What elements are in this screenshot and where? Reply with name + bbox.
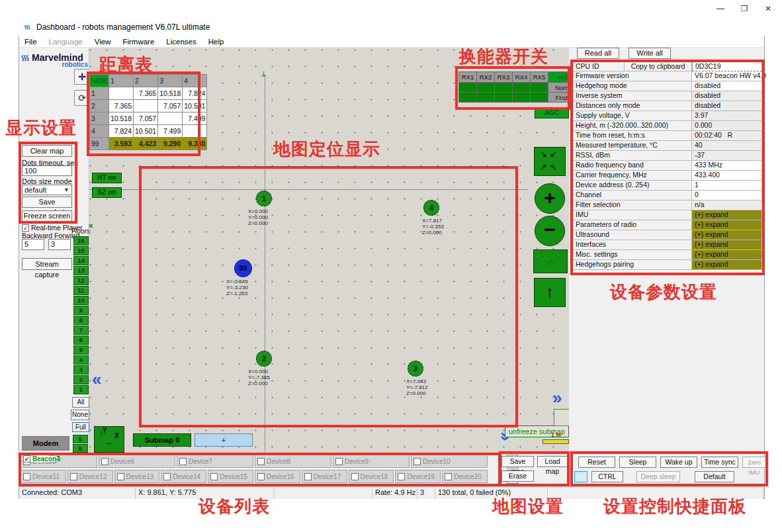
floor-cell-7[interactable]: 7 — [73, 326, 89, 335]
device-checkbox[interactable] — [257, 458, 265, 465]
map-beacon-2[interactable]: 2 — [256, 351, 272, 367]
backward-input[interactable]: 5 — [22, 239, 44, 250]
device-checkbox[interactable] — [163, 473, 171, 480]
param-value[interactable]: (+) expand — [692, 260, 762, 270]
floor-cell-8[interactable]: 8 — [73, 316, 89, 325]
wake-up-button[interactable]: Wake up — [660, 457, 697, 468]
modem-button[interactable]: Modem — [22, 436, 69, 451]
rotate-tool-icon[interactable]: ⟳ — [74, 90, 90, 106]
dots-size-select[interactable]: default▼ — [22, 185, 72, 195]
rx-frozen-cell[interactable] — [531, 93, 548, 103]
floor-cell-3[interactable]: 3 — [73, 365, 89, 375]
rx-normal-cell[interactable] — [531, 83, 548, 93]
device-cell-device15[interactable]: Device15 — [208, 470, 253, 483]
rx-frozen-cell[interactable] — [459, 93, 477, 103]
device-checkbox[interactable] — [101, 458, 109, 465]
load-map-button[interactable]: Load map — [537, 456, 568, 467]
rx-normal-cell[interactable] — [495, 83, 513, 93]
floor-cell-6[interactable]: 6 — [73, 335, 89, 345]
submap-cell[interactable]: 5 — [73, 435, 88, 443]
freeze-screen-button[interactable]: Freeze screen — [22, 210, 72, 222]
param-value-cpu-id[interactable]: 0D3C19 — [692, 62, 762, 71]
copy-to-clipboard-button[interactable]: Copy to clipboard — [625, 62, 692, 71]
device-cell-device10[interactable]: Device10 — [411, 455, 488, 468]
map-beacon-4[interactable]: 4 — [423, 200, 439, 216]
sleep-button[interactable]: Sleep — [619, 457, 656, 468]
floor-cell-11[interactable]: 11 — [73, 286, 89, 295]
device-checkbox[interactable] — [257, 473, 265, 480]
floor-cell-4[interactable]: 4 — [73, 355, 89, 365]
fit-view-icon[interactable]: ↘↙↗↖ — [534, 147, 566, 176]
param-value[interactable]: (+) expand — [692, 240, 762, 250]
rx-normal-cell[interactable] — [459, 83, 477, 93]
menu-item-view[interactable]: View — [95, 38, 111, 46]
device-checkbox[interactable] — [210, 473, 218, 480]
agc-button[interactable]: AGC — [535, 108, 569, 118]
zoom-in-icon[interactable]: + — [535, 183, 565, 214]
device-checkbox[interactable]: ✓ — [23, 455, 30, 463]
save-screenshot-button[interactable]: Save screenshot — [22, 197, 72, 208]
device-checkbox[interactable] — [179, 458, 187, 465]
dots-timeout-input[interactable]: 100 — [22, 165, 72, 176]
device-cell-device14[interactable]: Device14 — [161, 470, 206, 483]
save-map-button[interactable]: Save map — [501, 456, 534, 467]
pan-up-icon[interactable]: ↑ — [534, 278, 566, 307]
rx-frozen-cell[interactable] — [495, 93, 513, 103]
read-all-button[interactable]: Read all — [577, 48, 619, 59]
close-icon[interactable]: ✕ — [758, 2, 778, 15]
rx-frozen-cell[interactable] — [477, 93, 495, 103]
clear-map-button[interactable]: Clear map — [22, 145, 72, 157]
device-cell-beacon4[interactable]: ✓Beacon4 — [21, 455, 61, 463]
default-button[interactable]: Default — [695, 471, 734, 482]
device-checkbox[interactable] — [445, 473, 452, 480]
device-cell-device11[interactable]: Device11 — [21, 470, 66, 483]
add-submap-button[interactable]: + — [195, 433, 253, 447]
maximize-icon[interactable]: ❐ — [734, 2, 754, 15]
erase-map-button[interactable]: Erase map — [501, 470, 534, 482]
device-cell-device16[interactable]: Device16 — [255, 470, 300, 483]
floors-none-button[interactable]: None — [71, 410, 89, 420]
map-beacon-3[interactable]: 3 — [408, 361, 423, 377]
device-cell-device19[interactable]: Device19 — [395, 470, 441, 483]
dots-display-icon[interactable]: ·¨·˙·˙·¨· — [533, 249, 568, 273]
floors-all-button[interactable]: All — [72, 397, 89, 408]
floor-cell-16[interactable]: 16 — [73, 236, 89, 245]
device-cell-device9[interactable]: Device9 — [333, 455, 410, 468]
param-value[interactable]: (+) expand — [692, 230, 762, 240]
reset-button[interactable]: Reset — [578, 457, 615, 468]
floor-cell-2[interactable]: 2 — [73, 375, 89, 384]
ctrl-indicator-box[interactable] — [574, 471, 587, 482]
distance-hide-cell[interactable]: HIDE — [90, 75, 109, 87]
scroll-right-icon[interactable]: » — [552, 388, 562, 408]
axes-tool-icon[interactable]: ✛ — [74, 69, 90, 85]
rx-normal-cell[interactable] — [513, 83, 531, 93]
floor-cell-5[interactable]: 5 — [73, 345, 89, 355]
zoom-out-icon[interactable]: − — [535, 216, 565, 246]
map-corner-box[interactable] — [554, 409, 570, 426]
menu-item-language[interactable]: Language — [49, 38, 83, 46]
floor-cell-1[interactable]: 1 — [73, 385, 89, 394]
forward-input[interactable]: 3 — [48, 239, 71, 250]
device-cell-device8[interactable]: Device8 — [255, 455, 331, 468]
rx-frozen-cell[interactable] — [513, 93, 531, 103]
param-value[interactable]: (+) expand — [692, 210, 762, 220]
device-cell-device6[interactable]: Device6 — [99, 455, 175, 468]
ht-on-toggle[interactable]: HT on — [92, 173, 122, 183]
submap-0-button[interactable]: Submap 0 — [133, 433, 191, 447]
floor-cell-12[interactable]: 12 — [73, 276, 89, 285]
device-cell-device20[interactable]: Device20 — [442, 470, 488, 483]
rx-normal-cell[interactable] — [477, 83, 495, 93]
map-beacon-99[interactable]: 99 — [234, 259, 252, 277]
submap-cell[interactable]: 5 — [73, 444, 88, 453]
device-checkbox[interactable] — [304, 473, 312, 480]
device-cell-device13[interactable]: Device13 — [114, 470, 160, 483]
param-value[interactable]: (+) expand — [692, 250, 762, 260]
map-beacon-1[interactable]: 1 — [256, 191, 272, 206]
time-sync-button[interactable]: Time sync — [701, 457, 738, 468]
menu-item-licenses[interactable]: Licenses — [166, 38, 196, 46]
device-cell-device18[interactable]: Device18 — [349, 470, 394, 483]
floor-cell-13[interactable]: 13 — [73, 266, 89, 275]
param-value[interactable]: (+) expand — [692, 220, 762, 230]
floor-cell-9[interactable]: 9 — [73, 306, 89, 315]
device-checkbox[interactable] — [335, 458, 343, 465]
